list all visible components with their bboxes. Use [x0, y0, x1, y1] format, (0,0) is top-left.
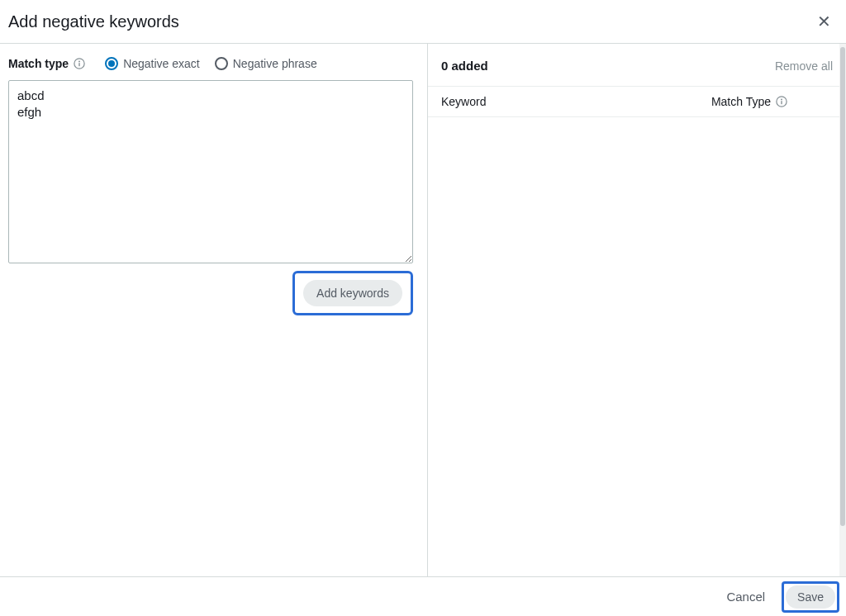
- svg-point-1: [78, 60, 80, 62]
- cancel-button[interactable]: Cancel: [718, 585, 773, 609]
- col-match-type: Match Type: [711, 95, 833, 108]
- modal-body: Match type Negative exact Negative phras…: [0, 44, 846, 580]
- match-type-text: Match type: [8, 57, 69, 70]
- added-header: 0 added Remove all: [428, 44, 846, 86]
- added-table-header: Keyword Match Type: [428, 86, 846, 117]
- col-keyword: Keyword: [441, 95, 486, 108]
- modal-footer: Cancel Save: [0, 576, 846, 616]
- radio-label: Negative exact: [123, 57, 200, 70]
- radio-negative-exact[interactable]: Negative exact: [105, 57, 200, 70]
- match-type-label: Match type: [8, 57, 85, 70]
- radio-label: Negative phrase: [233, 57, 317, 70]
- add-keywords-button[interactable]: Add keywords: [303, 280, 402, 306]
- add-keywords-wrap: Add keywords: [8, 271, 413, 315]
- right-pane: 0 added Remove all Keyword Match Type: [427, 44, 846, 580]
- radio-icon: [105, 57, 118, 70]
- radio-negative-phrase[interactable]: Negative phrase: [215, 57, 317, 70]
- remove-all-button[interactable]: Remove all: [775, 59, 833, 73]
- info-icon[interactable]: [74, 58, 85, 69]
- modal-header: Add negative keywords ✕: [0, 0, 846, 44]
- highlight-save: Save: [782, 581, 839, 613]
- close-icon[interactable]: ✕: [814, 10, 834, 33]
- col-match-type-text: Match Type: [711, 95, 771, 108]
- info-icon[interactable]: [776, 96, 787, 107]
- svg-point-4: [781, 98, 782, 100]
- radio-icon: [215, 57, 228, 70]
- added-count: 0 added: [441, 59, 488, 73]
- save-button[interactable]: Save: [786, 585, 835, 609]
- highlight-add-keywords: Add keywords: [292, 271, 413, 315]
- scrollbar[interactable]: [839, 44, 846, 580]
- left-pane: Match type Negative exact Negative phras…: [0, 44, 427, 580]
- svg-rect-5: [781, 101, 782, 104]
- modal-title: Add negative keywords: [8, 12, 179, 31]
- match-type-row: Match type Negative exact Negative phras…: [8, 57, 419, 70]
- svg-rect-2: [78, 63, 79, 66]
- keywords-textarea[interactable]: [8, 80, 413, 263]
- match-type-options: Negative exact Negative phrase: [105, 57, 317, 70]
